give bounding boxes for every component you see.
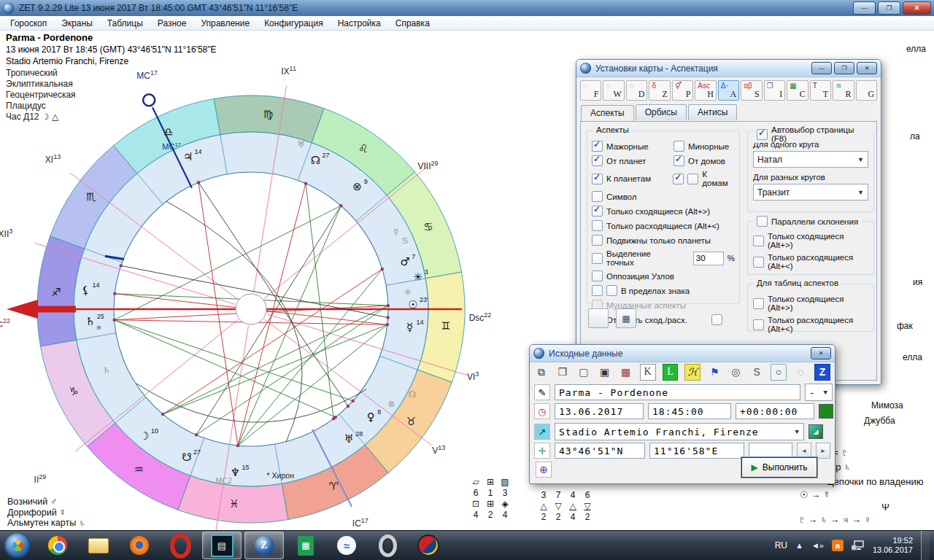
toolbar-button-zodiac[interactable]: δZ	[649, 80, 670, 101]
flag-icon[interactable]: ⚑	[707, 365, 722, 380]
place-combo[interactable]: Stadio Artemio Franchi, Firenze ▼	[555, 423, 804, 440]
network-icon[interactable]	[852, 540, 865, 551]
taskbar-app-opera2[interactable]	[368, 532, 406, 559]
checkbox[interactable]	[674, 141, 684, 152]
time-input[interactable]	[648, 403, 731, 419]
taskbar-app-zet[interactable]: Z	[244, 532, 284, 559]
H-icon[interactable]: ℋ	[684, 364, 700, 381]
start-button[interactable]	[4, 532, 31, 559]
checkbox[interactable]	[592, 285, 603, 296]
radio-off-icon[interactable]: ◌	[793, 365, 808, 380]
toolbar-button-text[interactable]: TT	[810, 80, 831, 101]
toolbar-button-rules[interactable]: ≋R	[833, 80, 854, 101]
tray-clock[interactable]: 19:52 13.06.2017	[873, 536, 913, 555]
date-input[interactable]	[555, 403, 644, 419]
menu-item-3[interactable]: Таблицы	[100, 17, 150, 30]
avast-icon[interactable]: a	[832, 540, 844, 551]
checkbox[interactable]	[673, 174, 684, 184]
toolbar-button-symbols[interactable]: αβS	[741, 80, 762, 101]
taskbar-app-sheets[interactable]: ▦	[287, 532, 325, 559]
checkbox[interactable]	[592, 155, 603, 166]
radio-on-icon[interactable]: ○	[771, 364, 787, 381]
taskbar-app-swallow[interactable]: ≈	[328, 532, 366, 559]
toolbar-button-aspects[interactable]: Δ▫A	[718, 80, 739, 101]
auto-page-checkbox[interactable]	[757, 129, 768, 140]
restore-button[interactable]: ❐	[878, 1, 900, 15]
show-desktop-button[interactable]	[921, 531, 930, 560]
chart-type-combo[interactable]: - ▼	[805, 384, 833, 401]
checkbox[interactable]	[592, 141, 603, 152]
multi-circle-combo[interactable]: Транзит ▼	[753, 184, 868, 201]
input-dialog-titlebar[interactable]: Исходные данные ✕	[530, 345, 835, 362]
taskbar-app-firefox[interactable]	[120, 532, 158, 559]
checkbox[interactable]	[592, 191, 603, 202]
taskbar-app-explorer[interactable]	[80, 532, 117, 559]
next-arrow-button[interactable]: ►	[816, 443, 830, 459]
minimize-button[interactable]: —	[853, 1, 876, 15]
dialog-maximize-button[interactable]: ❐	[834, 62, 854, 74]
menu-item-4[interactable]: Разное	[150, 17, 194, 30]
close-button[interactable]: ✕	[903, 1, 931, 15]
taskbar-app-opera[interactable]	[161, 532, 199, 559]
checkbox[interactable]	[592, 206, 603, 217]
timezone-status-button[interactable]	[819, 404, 833, 419]
tab-Орбисы[interactable]: Орбисы	[636, 104, 687, 120]
taskbar-app-chrome[interactable]	[39, 532, 77, 559]
checkbox[interactable]	[753, 298, 764, 309]
event-name-input[interactable]	[555, 384, 800, 400]
new-icon[interactable]: ▢	[576, 365, 591, 380]
tab-Аспекты[interactable]: Аспекты	[581, 105, 634, 121]
checkbox[interactable]	[687, 174, 698, 184]
volume-icon[interactable]: ◄»	[811, 541, 824, 550]
dialog-close-button[interactable]: ✕	[811, 347, 831, 359]
run-button[interactable]: ▶ Выполнить	[741, 457, 817, 478]
taskbar-app-media[interactable]: ▤	[202, 532, 242, 559]
longitude-input[interactable]	[649, 443, 744, 459]
table-mini-button[interactable]: ▦	[616, 308, 636, 328]
toolbar-button-wheel[interactable]: ◌W	[603, 80, 624, 101]
tray-expand-icon[interactable]: ▲	[795, 541, 803, 550]
copy-icon[interactable]: ⧉	[534, 365, 549, 380]
atlas-button[interactable]: ◢	[808, 424, 823, 439]
toolbar-button-general[interactable]: G	[856, 80, 877, 101]
table-icon[interactable]: ▦	[619, 365, 633, 380]
menu-item-2[interactable]: Экраны	[54, 17, 99, 30]
toolbar-button-interface[interactable]: ❒I	[764, 80, 785, 101]
single-circle-combo[interactable]: Натал ▼	[753, 151, 868, 168]
toolbar-button-drawing[interactable]: ◌D	[626, 80, 647, 101]
s-icon[interactable]: S	[749, 365, 764, 380]
menu-item-8[interactable]: Справка	[388, 17, 437, 30]
L-icon[interactable]: L	[663, 364, 679, 381]
checkbox[interactable]	[674, 155, 684, 166]
K-icon[interactable]: K	[640, 364, 656, 381]
save-icon[interactable]: ▣	[598, 365, 612, 380]
checkbox[interactable]	[592, 174, 603, 184]
paste-icon[interactable]: ❒	[555, 365, 570, 380]
toolbar-button-houses[interactable]: AscH	[695, 80, 716, 101]
exact-percent-input[interactable]	[693, 252, 724, 265]
menu-item-7[interactable]: Настройка	[331, 17, 388, 30]
prev-arrow-button[interactable]: ◄	[797, 443, 811, 459]
language-indicator[interactable]: RU	[775, 540, 787, 551]
menu-item-5[interactable]: Управление	[193, 17, 257, 30]
aspectation-dialog-titlebar[interactable]: Установки карты - Аспектация — ❐ ✕	[576, 60, 881, 77]
taskbar-app-comodo[interactable]	[409, 532, 447, 559]
tab-Антисы[interactable]: Антисы	[688, 104, 737, 120]
toolbar-button-colors[interactable]: ▦C	[787, 80, 808, 101]
checkbox[interactable]	[753, 319, 764, 330]
checkbox[interactable]	[753, 236, 764, 246]
dialog-minimize-button[interactable]: —	[811, 62, 832, 74]
checkbox[interactable]	[606, 285, 617, 296]
altitude-input[interactable]	[749, 443, 792, 459]
checkbox[interactable]	[592, 271, 603, 281]
menu-item-1[interactable]: Гороскоп	[3, 17, 54, 30]
dialog-close-button[interactable]: ✕	[857, 62, 877, 74]
toolbar-button-fonts[interactable]: ◌F	[580, 80, 601, 101]
latitude-input[interactable]	[555, 443, 645, 459]
toolbar-button-planets[interactable]: ⚥P	[672, 80, 693, 101]
checkbox[interactable]	[592, 220, 603, 231]
checkbox[interactable]	[753, 257, 764, 268]
checkbox[interactable]	[592, 235, 603, 246]
timezone-input[interactable]	[736, 403, 814, 419]
blank-mini-button[interactable]	[588, 308, 609, 328]
